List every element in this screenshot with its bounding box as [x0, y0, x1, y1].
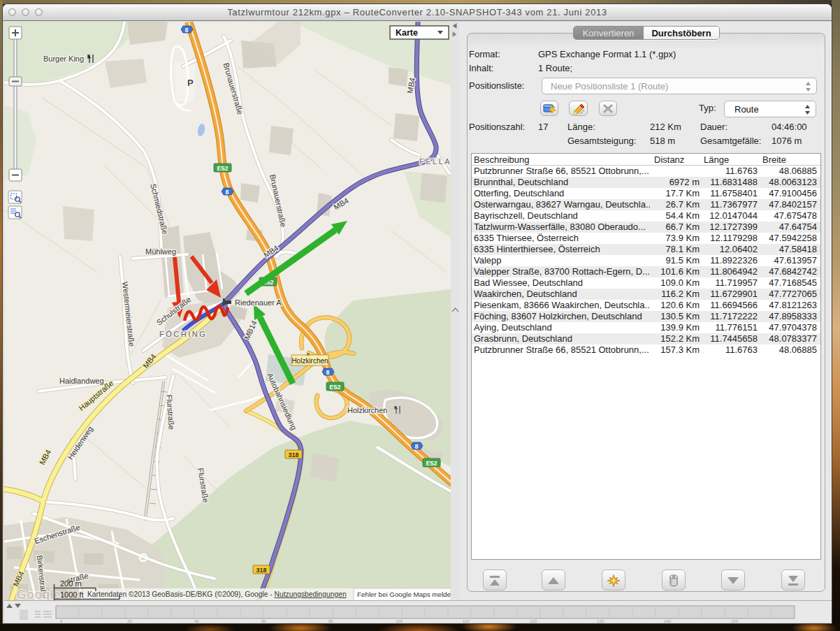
- svg-text:Holzkirchen: Holzkirchen: [347, 406, 387, 414]
- svg-text:8: 8: [184, 27, 188, 34]
- svg-text:130: 130: [597, 619, 604, 623]
- svg-text:120: 120: [530, 619, 537, 623]
- svg-text:Holzkirchen: Holzkirchen: [291, 357, 328, 365]
- svg-text:FELLACH: FELLACH: [419, 157, 451, 166]
- svg-text:Haidlandweg: Haidlandweg: [59, 377, 104, 385]
- svg-text:8: 8: [414, 443, 418, 450]
- svg-text:E52: E52: [426, 460, 437, 467]
- svg-text:60: 60: [261, 619, 266, 623]
- svg-text:Fehler bei Google Maps melden: Fehler bei Google Maps melden: [357, 590, 451, 598]
- svg-text:20: 20: [127, 619, 132, 623]
- svg-text:200 m: 200 m: [60, 579, 82, 588]
- svg-text:0: 0: [60, 619, 63, 623]
- svg-text:Mühlweg: Mühlweg: [145, 247, 176, 256]
- svg-text:Kartendaten ©2013 GeoBasis-DE/: Kartendaten ©2013 GeoBasis-DE/BKG (©2009…: [87, 590, 347, 598]
- svg-text:8: 8: [225, 189, 229, 196]
- svg-text:1000 ft: 1000 ft: [60, 590, 84, 599]
- svg-text:40: 40: [194, 619, 199, 623]
- svg-text:8: 8: [326, 369, 329, 376]
- svg-text:FÖCHING: FÖCHING: [159, 330, 207, 338]
- svg-text:318: 318: [288, 451, 298, 458]
- svg-text:P: P: [187, 78, 194, 88]
- svg-text:Burger King: Burger King: [43, 55, 84, 63]
- svg-text:E52: E52: [217, 165, 228, 172]
- svg-text:80: 80: [328, 619, 333, 623]
- svg-text:100: 100: [396, 619, 403, 623]
- svg-text:Riedenauer A: Riedenauer A: [235, 298, 282, 307]
- svg-text:110: 110: [463, 619, 470, 623]
- svg-text:E52: E52: [329, 384, 340, 391]
- svg-text:150: 150: [731, 619, 739, 623]
- svg-text:140: 140: [664, 619, 672, 623]
- svg-text:318: 318: [256, 567, 266, 574]
- svg-text:Karte: Karte: [396, 28, 418, 38]
